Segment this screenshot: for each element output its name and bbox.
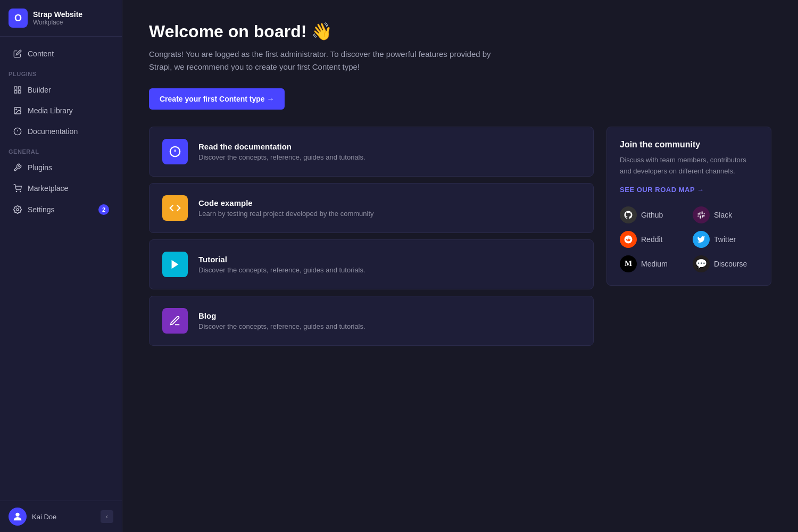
collapse-sidebar-button[interactable]: ‹ bbox=[101, 510, 113, 523]
svg-rect-0 bbox=[14, 87, 17, 89]
card-icon-code bbox=[162, 195, 188, 221]
community-link-medium[interactable]: M Medium bbox=[620, 255, 685, 272]
sidebar-nav: Content PLUGINS Builder Media Library bbox=[0, 37, 122, 501]
medium-icon: M bbox=[620, 255, 637, 272]
medium-label: Medium bbox=[641, 260, 668, 268]
sidebar-item-media-library[interactable]: Media Library bbox=[4, 101, 118, 121]
reddit-label: Reddit bbox=[641, 235, 662, 244]
card-blog[interactable]: Blog Discover the concepts, reference, g… bbox=[149, 296, 594, 346]
sidebar-item-label: Documentation bbox=[28, 127, 78, 136]
card-tutorial[interactable]: Tutorial Discover the concepts, referenc… bbox=[149, 239, 594, 289]
card-content-blog: Blog Discover the concepts, reference, g… bbox=[198, 311, 365, 330]
svg-rect-1 bbox=[18, 87, 21, 89]
card-title: Tutorial bbox=[198, 255, 365, 264]
general-section-label: GENERAL bbox=[0, 142, 122, 157]
discourse-label: Discourse bbox=[714, 260, 747, 268]
community-desc: Discuss with team members, contributors … bbox=[620, 155, 758, 177]
sidebar-brand-name: Strap Website bbox=[33, 10, 82, 19]
community-link-twitter[interactable]: Twitter bbox=[693, 231, 758, 248]
slack-label: Slack bbox=[714, 211, 732, 219]
cards-list: Read the documentation Discover the conc… bbox=[149, 127, 594, 346]
marketplace-icon bbox=[13, 184, 22, 193]
road-map-link[interactable]: SEE OUR ROAD MAP → bbox=[620, 186, 758, 194]
plugins-section-label: PLUGINS bbox=[0, 64, 122, 79]
svg-marker-16 bbox=[172, 260, 179, 269]
reddit-icon bbox=[620, 231, 637, 248]
github-label: Github bbox=[641, 211, 663, 219]
sidebar-item-label: Settings bbox=[28, 205, 55, 214]
card-desc: Discover the concepts, reference, guides… bbox=[198, 266, 365, 274]
community-link-slack[interactable]: Slack bbox=[693, 206, 758, 223]
sidebar: O Strap Website Workplace Content PLUGIN… bbox=[0, 0, 122, 532]
user-avatar bbox=[9, 508, 27, 526]
create-content-type-button[interactable]: Create your first Content type → bbox=[149, 88, 285, 110]
main-content: Welcome on board! 👋 Congrats! You are lo… bbox=[122, 0, 798, 532]
sidebar-brand-sub: Workplace bbox=[33, 19, 82, 26]
card-icon-tutorial bbox=[162, 252, 188, 277]
sidebar-item-settings[interactable]: Settings 2 bbox=[4, 199, 118, 220]
sidebar-item-label: Plugins bbox=[28, 163, 52, 172]
sidebar-item-label: Content bbox=[28, 49, 54, 58]
edit-icon bbox=[13, 49, 22, 59]
community-link-reddit[interactable]: Reddit bbox=[620, 231, 685, 248]
svg-rect-3 bbox=[18, 90, 21, 93]
welcome-title: Welcome on board! 👋 bbox=[149, 21, 771, 41]
documentation-icon bbox=[13, 127, 22, 136]
card-title: Blog bbox=[198, 311, 365, 320]
community-link-discourse[interactable]: 💬 Discourse bbox=[693, 255, 758, 272]
card-title: Code example bbox=[198, 198, 374, 207]
settings-icon bbox=[13, 205, 22, 214]
sidebar-logo: O bbox=[9, 9, 28, 28]
community-title: Join the community bbox=[620, 140, 758, 149]
content-layout: Read the documentation Discover the conc… bbox=[149, 127, 771, 346]
card-desc: Discover the concepts, reference, guides… bbox=[198, 322, 365, 330]
card-content-tutorial: Tutorial Discover the concepts, referenc… bbox=[198, 255, 365, 274]
card-read-docs[interactable]: Read the documentation Discover the conc… bbox=[149, 127, 594, 177]
sidebar-item-label: Media Library bbox=[28, 106, 73, 115]
sidebar-header: O Strap Website Workplace bbox=[0, 0, 122, 37]
svg-point-9 bbox=[16, 191, 16, 192]
welcome-subtitle: Congrats! You are logged as the first ad… bbox=[149, 48, 511, 73]
github-icon bbox=[620, 206, 637, 223]
card-desc: Learn by testing real project developed … bbox=[198, 210, 374, 218]
card-code-example[interactable]: Code example Learn by testing real proje… bbox=[149, 183, 594, 233]
sidebar-footer: Kai Doe ‹ bbox=[0, 501, 122, 532]
svg-point-10 bbox=[20, 191, 21, 192]
sidebar-item-plugins[interactable]: Plugins bbox=[4, 157, 118, 178]
twitter-label: Twitter bbox=[714, 235, 736, 244]
sidebar-item-documentation[interactable]: Documentation bbox=[4, 121, 118, 142]
twitter-icon bbox=[693, 231, 710, 248]
svg-point-5 bbox=[16, 109, 17, 110]
builder-icon bbox=[13, 85, 22, 95]
slack-icon bbox=[693, 206, 710, 223]
card-desc: Discover the concepts, reference, guides… bbox=[198, 153, 365, 161]
sidebar-brand-text: Strap Website Workplace bbox=[33, 10, 82, 27]
footer-user-name: Kai Doe bbox=[32, 513, 95, 521]
sidebar-item-builder[interactable]: Builder bbox=[4, 80, 118, 100]
sidebar-item-label: Marketplace bbox=[28, 184, 68, 193]
sidebar-item-content[interactable]: Content bbox=[4, 44, 118, 64]
svg-point-11 bbox=[16, 209, 19, 211]
community-link-github[interactable]: Github bbox=[620, 206, 685, 223]
svg-point-12 bbox=[15, 513, 19, 517]
svg-rect-2 bbox=[14, 90, 17, 93]
media-library-icon bbox=[13, 106, 22, 115]
sidebar-item-label: Builder bbox=[28, 86, 51, 94]
card-icon-docs bbox=[162, 139, 188, 164]
card-content-code: Code example Learn by testing real proje… bbox=[198, 198, 374, 218]
discourse-icon: 💬 bbox=[693, 255, 710, 272]
plugins-icon bbox=[13, 163, 22, 172]
sidebar-item-marketplace[interactable]: Marketplace bbox=[4, 178, 118, 198]
settings-badge: 2 bbox=[98, 204, 109, 215]
community-panel: Join the community Discuss with team mem… bbox=[606, 127, 771, 286]
card-title: Read the documentation bbox=[198, 142, 365, 151]
card-icon-blog bbox=[162, 308, 188, 334]
card-content-docs: Read the documentation Discover the conc… bbox=[198, 142, 365, 161]
community-links: Github Slack Red bbox=[620, 206, 758, 272]
